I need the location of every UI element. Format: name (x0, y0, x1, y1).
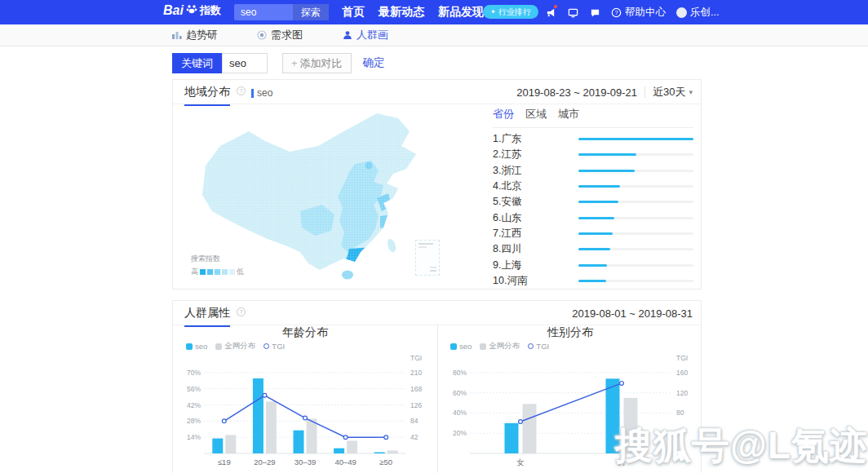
left-axis-tick: 60% (453, 389, 467, 397)
bar-全网分布 (523, 404, 537, 453)
tgi-point (384, 435, 388, 440)
ranking-row: 2.江苏 (493, 147, 693, 162)
ranking-bar-track (578, 201, 693, 203)
ranking-row: 10.河南 (493, 273, 693, 289)
gender-chart-legend: seo全网分布TGI (450, 341, 549, 351)
legend-entry-label: TGI (536, 342, 549, 351)
ranking-bar-fill (578, 185, 620, 188)
ranking-bar-track (578, 232, 693, 235)
region-card-header: 地域分布 ? seo 2019-08-23 ~ 2019-09-21 近30天 … (173, 80, 701, 104)
legend-swatch (207, 269, 213, 275)
legend-swatch (229, 269, 235, 275)
bar-swatch-icon (450, 343, 457, 350)
tgi-point (620, 382, 624, 386)
ranking-bar-fill (578, 153, 636, 156)
legend-entry-全网分布[interactable]: 全网分布 (215, 341, 255, 351)
x-category-label: 20–29 (254, 458, 275, 466)
notification-icon[interactable] (545, 7, 556, 18)
search-button[interactable]: 探索 (293, 4, 329, 20)
ranking-tab-城市[interactable]: 城市 (558, 107, 579, 122)
ranking-label: 8.四川 (493, 242, 578, 256)
map-taiwan (386, 238, 397, 254)
age-distribution-chart[interactable]: 14%28%42%56%70%4284126168210TGI≤1920–293… (176, 351, 434, 470)
bar-seo (334, 449, 344, 453)
tgi-point (263, 393, 267, 397)
legend-entry-TGI[interactable]: TGI (528, 342, 549, 351)
ranking-label: 7.江西 (493, 227, 578, 241)
nav-home[interactable]: 首页 (342, 5, 365, 20)
baidu-index-logo[interactable]: Bai 指数 (163, 3, 221, 18)
ranking-row: 4.北京 (493, 179, 693, 194)
search-input[interactable]: seo (234, 4, 293, 20)
message-icon[interactable] (589, 7, 600, 18)
page: Bai 指数 seo 探索 首页 最新动态 新品发现 ✦ 行业排行 (0, 0, 868, 473)
bar-seo (253, 378, 264, 453)
ranking-row: 3.浙江 (493, 163, 693, 179)
bar-全网分布 (347, 440, 357, 453)
industry-ranking-badge[interactable]: ✦ 行业排行 (483, 5, 538, 19)
ranking-row: 8.四川 (493, 241, 693, 257)
legend-gradient (200, 269, 235, 275)
bar-chart-icon (171, 30, 182, 40)
ranking-bar-fill (578, 170, 635, 172)
bar-全网分布 (388, 450, 398, 453)
help-tooltip-icon[interactable]: ? (237, 86, 246, 95)
legend-entry-seo[interactable]: seo (186, 342, 207, 351)
period-dropdown[interactable]: 近30天 ▾ (653, 85, 693, 99)
keyword-tag-label: seo (257, 87, 272, 99)
right-axis-label: TGI (410, 354, 422, 362)
legend-low-label: 低 (237, 267, 244, 277)
keyword-input[interactable]: seo (222, 53, 268, 73)
top-nav-links: 首页 最新动态 新品发现 (342, 0, 484, 24)
keyword-bar: 关键词 seo + 添加对比 确定 (172, 52, 385, 73)
keyword-button[interactable]: 关键词 (172, 53, 222, 73)
map-legend-title: 搜索指数 (191, 254, 244, 264)
ranking-label: 4.北京 (493, 179, 578, 193)
ranking-label: 3.浙江 (493, 164, 578, 178)
x-category-label: 40–49 (334, 458, 356, 466)
right-axis-tick: 42 (410, 433, 418, 441)
bar-全网分布 (307, 419, 317, 453)
legend-entry-TGI[interactable]: TGI (264, 342, 285, 351)
user-account[interactable]: 乐创... (676, 6, 719, 20)
ranking-row: 1.广东 (493, 131, 693, 147)
ranking-label: 2.江苏 (493, 148, 578, 161)
bar-swatch-icon (186, 343, 193, 350)
help-center-link[interactable]: ? 帮助中心 (611, 6, 666, 20)
svg-text:?: ? (614, 9, 618, 16)
ranking-row: 5.安徽 (493, 194, 693, 210)
help-tooltip-icon[interactable]: ? (237, 307, 246, 316)
line-swatch-icon (528, 343, 534, 349)
region-distribution-card: 地域分布 ? seo 2019-08-23 ~ 2019-09-21 近30天 … (172, 79, 702, 290)
bar-swatch-icon (215, 343, 222, 350)
legend-entry-seo[interactable]: seo (450, 342, 472, 351)
bar-swatch-icon (480, 343, 486, 350)
ranking-tab-省份[interactable]: 省份 (493, 107, 514, 122)
paw-icon (186, 3, 197, 18)
region-date-range: 2019-08-23 ~ 2019-09-21 (516, 86, 637, 99)
ranking-bar-fill (578, 248, 610, 250)
right-axis-tick: 168 (410, 385, 422, 393)
ranking-tab-区域[interactable]: 区域 (525, 107, 547, 122)
region-card-controls: 2019-08-23 ~ 2019-09-21 近30天 ▾ (516, 80, 693, 104)
ranking-row: 7.江西 (493, 226, 693, 241)
south-china-sea-inset (415, 240, 440, 276)
tab-demand-graph[interactable]: 需求图 (257, 24, 303, 46)
tab-trend-research[interactable]: 趋势研 (171, 24, 218, 46)
nav-new-products[interactable]: 新品发现 (438, 5, 484, 20)
add-compare-button[interactable]: + 添加对比 (282, 53, 352, 73)
x-category-label: ≥50 (379, 458, 392, 466)
tab-label: 人群画 (356, 28, 388, 42)
confirm-button[interactable]: 确定 (363, 55, 385, 70)
gender-chart-title: 性别分布 (438, 325, 702, 340)
legend-entry-全网分布[interactable]: 全网分布 (480, 341, 520, 351)
legend-swatch (215, 269, 220, 275)
monitor-icon[interactable] (567, 7, 578, 18)
ranking-bar-track (578, 217, 693, 219)
ranking-bar-track (578, 170, 693, 172)
nav-latest-news[interactable]: 最新动态 (379, 5, 424, 20)
tab-audience-profile[interactable]: 人群画 (343, 24, 388, 46)
bar-seo (505, 423, 519, 453)
demographics-date-range: 2019-08-01 ~ 2019-08-31 (572, 307, 693, 320)
ranking-bar-fill (578, 232, 613, 235)
